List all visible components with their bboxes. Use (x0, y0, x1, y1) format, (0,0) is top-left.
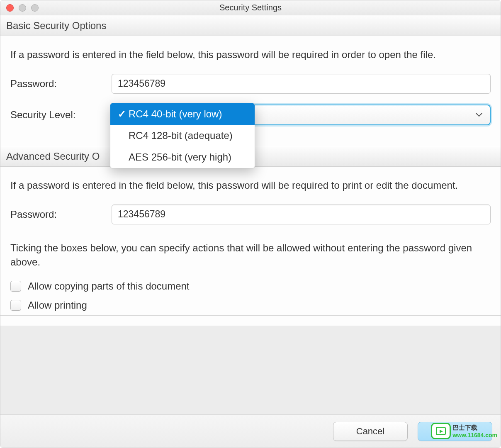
allow-printing-row: Allow printing (10, 299, 491, 311)
divider (0, 315, 501, 316)
option-label: RC4 128-bit (adequate) (129, 130, 233, 141)
security-level-option-rc4-40[interactable]: ✓ RC4 40-bit (very low) (110, 103, 255, 125)
allow-copying-label: Allow copying parts of this document (28, 280, 190, 292)
advanced-password-label: Password: (10, 209, 112, 220)
allow-printing-checkbox[interactable] (10, 300, 21, 311)
advanced-password-row: Password: (10, 205, 491, 224)
tick-description: Ticking the boxes below, you can specify… (10, 241, 491, 270)
advanced-section-body: If a password is entered in the field be… (0, 167, 501, 326)
window-title: Security Settings (0, 3, 501, 12)
basic-section-header: Basic Security Options (0, 15, 501, 36)
titlebar: Security Settings (0, 0, 501, 15)
chevron-down-icon (476, 110, 482, 119)
check-icon: ✓ (118, 108, 129, 120)
dialog-footer: Cancel (0, 414, 501, 448)
option-label: RC4 40-bit (very low) (129, 108, 222, 120)
option-label: AES 256-bit (very high) (129, 151, 231, 163)
allow-copying-checkbox[interactable] (10, 281, 21, 292)
basic-description: If a password is entered in the field be… (10, 48, 491, 62)
basic-password-row: Password: (10, 74, 491, 94)
cancel-button-label: Cancel (356, 426, 384, 437)
allow-copying-row: Allow copying parts of this document (10, 280, 491, 292)
advanced-description: If a password is entered in the field be… (10, 178, 491, 193)
security-level-option-aes-256[interactable]: AES 256-bit (very high) (110, 146, 255, 168)
security-level-dropdown: ✓ RC4 40-bit (very low) RC4 128-bit (ade… (110, 103, 255, 168)
security-level-row: Security Level: ✓ RC4 40-bit (very low) (10, 105, 491, 125)
allow-printing-label: Allow printing (28, 299, 87, 311)
security-settings-window: Security Settings Basic Security Options… (0, 0, 501, 448)
basic-password-label: Password: (10, 78, 112, 90)
security-level-select-wrap: ✓ RC4 40-bit (very low) RC4 128-bit (ade… (112, 105, 491, 125)
advanced-section-header-text: Advanced Security O (6, 151, 100, 162)
security-level-option-rc4-128[interactable]: RC4 128-bit (adequate) (110, 125, 255, 146)
basic-section-body: If a password is entered in the field be… (0, 36, 501, 146)
basic-password-input[interactable] (112, 74, 491, 94)
security-level-label: Security Level: (10, 109, 112, 121)
cancel-button[interactable]: Cancel (333, 422, 408, 441)
ok-button[interactable] (418, 422, 492, 441)
advanced-password-input[interactable] (112, 205, 491, 224)
